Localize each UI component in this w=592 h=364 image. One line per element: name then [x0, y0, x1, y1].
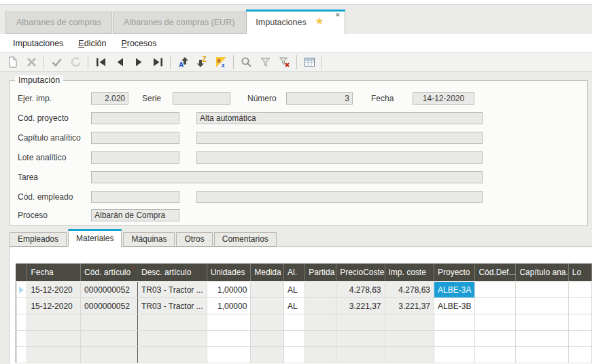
grid-cell[interactable]	[138, 314, 207, 331]
tab-albaranes-de-compras[interactable]: Albaranes de compras	[5, 12, 112, 34]
grid-cell[interactable]	[516, 298, 568, 314]
grid-column-header[interactable]: Desc. artículo	[138, 263, 207, 282]
tab-maquinas[interactable]: Máquinas	[123, 232, 175, 247]
grid-cell[interactable]	[385, 314, 434, 331]
ejer-imp-field[interactable]: 2.020	[91, 92, 128, 105]
confirm-button[interactable]	[48, 54, 65, 71]
grid-cell[interactable]	[305, 331, 336, 347]
row-selector-cell[interactable]	[16, 314, 27, 331]
tab-empleados[interactable]: Empleados	[10, 232, 67, 247]
grid-column-header[interactable]: Partida	[305, 263, 336, 282]
capitulo-analitico-desc-field[interactable]	[196, 132, 483, 144]
grid-cell[interactable]	[305, 282, 336, 298]
grid-cell[interactable]	[385, 331, 434, 347]
selected-grid-cell[interactable]: ALBE-3A	[434, 282, 475, 298]
grid-cell[interactable]	[138, 347, 207, 363]
grid-cell[interactable]	[434, 347, 475, 363]
grid-cell[interactable]: 15-12-2020	[27, 298, 81, 314]
grid-cell[interactable]	[251, 331, 284, 347]
grid-cell[interactable]	[81, 314, 138, 331]
tab-materiales[interactable]: Materiales	[68, 229, 122, 247]
numero-field[interactable]: 3	[286, 92, 353, 105]
tab-otros[interactable]: Otros	[176, 232, 212, 247]
tab-imputaciones[interactable]: Imputaciones ★ ✕	[246, 10, 345, 34]
grid-cell[interactable]	[516, 282, 568, 298]
previous-record-button[interactable]	[111, 54, 128, 71]
grid-cell[interactable]: 0000000052	[81, 298, 138, 314]
grid-cell[interactable]: 4.278,63	[385, 282, 434, 298]
grid-column-header[interactable]: Unidades	[207, 263, 251, 282]
menu-procesos[interactable]: Procesos	[114, 35, 164, 52]
grid-cell[interactable]	[251, 282, 284, 298]
grid-cell[interactable]	[516, 331, 568, 347]
grid-cell[interactable]: AL	[284, 298, 305, 314]
grid-cell[interactable]	[568, 347, 591, 363]
grid-cell[interactable]	[251, 347, 284, 363]
sort-ascending-button[interactable]: A	[174, 54, 192, 71]
grid-column-header[interactable]: Lo	[568, 263, 591, 282]
grid-cell[interactable]: ALBE-3B	[434, 298, 475, 314]
grid-cell[interactable]	[385, 347, 434, 363]
next-record-button[interactable]	[130, 54, 147, 71]
grid-cell[interactable]: AL	[284, 282, 305, 298]
grid-cell[interactable]	[27, 347, 81, 363]
grid-cell[interactable]: 4.278,63	[336, 282, 385, 298]
capitulo-analitico-field[interactable]	[91, 132, 179, 144]
grid-column-header[interactable]: Proyecto	[434, 263, 475, 282]
grid-column-header[interactable]: Cód.Def...	[475, 263, 516, 282]
lote-analitico-field[interactable]	[91, 151, 179, 164]
sort-descending-button[interactable]: Z	[193, 54, 211, 71]
row-selector-cell[interactable]	[16, 282, 27, 298]
grid-cell[interactable]: 3.221,37	[336, 298, 385, 314]
favorite-star-icon[interactable]: ★	[315, 15, 324, 26]
grid-cell[interactable]	[336, 347, 385, 363]
grid-cell[interactable]	[568, 331, 591, 347]
grid-column-header[interactable]: Al.	[284, 263, 305, 282]
grid-cell[interactable]	[27, 314, 81, 331]
sort-az-button[interactable]: az	[212, 54, 230, 71]
grid-cell[interactable]	[305, 314, 336, 331]
last-record-button[interactable]	[149, 54, 167, 71]
grid-cell[interactable]	[475, 282, 516, 298]
row-selector-cell[interactable]	[16, 347, 27, 363]
grid-column-header[interactable]: Fecha	[27, 263, 81, 282]
grid-column-header[interactable]: PrecioCoste	[336, 263, 385, 282]
cod-proyecto-desc-field[interactable]: Alta automática	[196, 112, 483, 124]
fecha-field[interactable]: 14-12-2020	[413, 92, 474, 105]
cod-proyecto-field[interactable]	[91, 112, 179, 124]
grid-cell[interactable]	[27, 331, 81, 347]
grid-cell[interactable]	[284, 314, 305, 331]
grid-cell[interactable]: 0000000052	[81, 282, 138, 298]
grid-cell[interactable]	[475, 347, 516, 363]
grid-cell[interactable]	[284, 347, 305, 363]
tarea-field[interactable]	[91, 171, 483, 183]
grid-cell[interactable]	[475, 331, 516, 347]
grid-cell[interactable]	[207, 314, 251, 331]
grid-cell[interactable]	[305, 298, 336, 314]
grid-column-header[interactable]: Cód. artículo*	[81, 263, 138, 282]
grid-cell[interactable]: 1,00000	[207, 282, 251, 298]
grid-column-header[interactable]: Capítulo ana.	[516, 263, 568, 282]
serie-field[interactable]	[173, 92, 230, 105]
grid-cell[interactable]	[305, 347, 336, 363]
menu-imputaciones[interactable]: Imputaciones	[5, 35, 71, 52]
grid-cell[interactable]	[568, 298, 591, 314]
grid-cell[interactable]: 3.221,37	[385, 298, 434, 314]
grid-cell[interactable]	[336, 331, 385, 347]
grid-cell[interactable]: 15-12-2020	[27, 282, 81, 298]
proceso-field[interactable]: Albarán de Compra	[91, 209, 179, 221]
delete-record-button[interactable]	[22, 54, 40, 71]
lote-analitico-desc-field[interactable]	[196, 151, 483, 164]
grid-cell[interactable]	[81, 347, 138, 363]
grid-column-header[interactable]: Imp. coste	[385, 263, 434, 282]
grid-cell[interactable]	[475, 298, 516, 314]
grid-cell[interactable]	[207, 331, 251, 347]
grid-cell[interactable]	[434, 331, 475, 347]
grid-column-header[interactable]: Medida	[251, 263, 284, 282]
search-button[interactable]	[237, 54, 255, 71]
grid-cell[interactable]	[568, 282, 591, 298]
grid-cell[interactable]	[207, 347, 251, 363]
filter-button[interactable]	[256, 54, 274, 71]
grid-cell[interactable]	[138, 331, 207, 347]
grid-cell[interactable]: 1,00000	[207, 298, 251, 314]
